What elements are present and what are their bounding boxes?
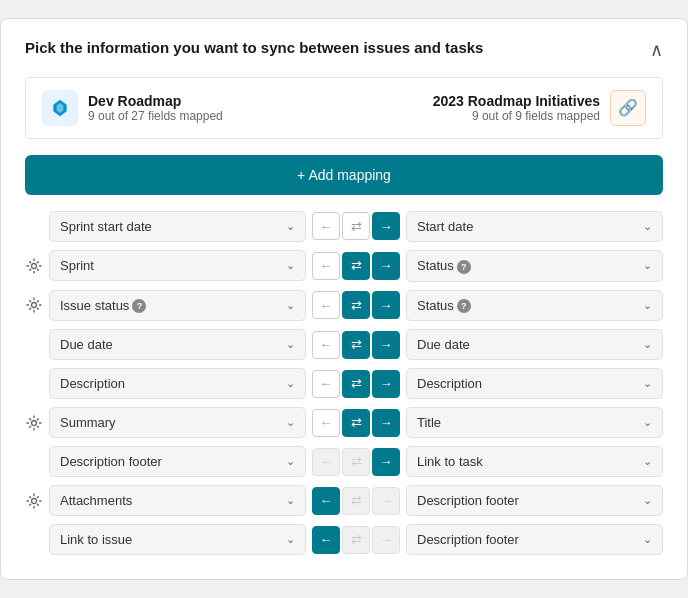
source-left-icon xyxy=(42,90,78,126)
right-field-select[interactable]: Description⌄ xyxy=(406,368,663,399)
add-mapping-button[interactable]: + Add mapping xyxy=(25,155,663,195)
sync-controls: ← ⇄ → xyxy=(312,252,400,280)
mapping-row: Due date⌄ ← ⇄ → Due date⌄ xyxy=(25,329,663,360)
sync-left-button[interactable]: ← xyxy=(312,448,340,476)
chevron-icon: ⌄ xyxy=(286,259,295,272)
mapping-row: Attachments⌄ ← ⇄ → Description footer⌄ xyxy=(25,485,663,516)
sync-controls: ← ⇄ → xyxy=(312,331,400,359)
mapping-row: Summary⌄ ← ⇄ → Title⌄ xyxy=(25,407,663,438)
target-icon: 🔗 xyxy=(610,90,646,126)
left-field-select[interactable]: Summary⌄ xyxy=(49,407,306,438)
info-icon: ? xyxy=(457,299,471,313)
info-icon: ? xyxy=(132,299,146,313)
sync-controls: ← ⇄ → xyxy=(312,370,400,398)
info-icon: ? xyxy=(457,260,471,274)
sync-left-button[interactable]: ← xyxy=(312,291,340,319)
chevron-icon: ⌄ xyxy=(643,494,652,507)
right-field-select[interactable]: Title⌄ xyxy=(406,407,663,438)
left-field-select[interactable]: Description⌄ xyxy=(49,368,306,399)
left-field-select[interactable]: Link to issue⌄ xyxy=(49,524,306,555)
sync-left-button[interactable]: ← xyxy=(312,526,340,554)
card-title: Pick the information you want to sync be… xyxy=(25,39,650,56)
mapping-row: Sprint start date⌄ ← ⇄ → Start date⌄ xyxy=(25,211,663,242)
right-field-select[interactable]: Description footer⌄ xyxy=(406,524,663,555)
chevron-icon: ⌄ xyxy=(643,220,652,233)
mapping-row: Description footer⌄ ← ⇄ → Link to task⌄ xyxy=(25,446,663,477)
sync-both-button[interactable]: ⇄ xyxy=(342,291,370,319)
chevron-icon: ⌄ xyxy=(643,377,652,390)
chevron-icon: ⌄ xyxy=(643,416,652,429)
gear-icon[interactable] xyxy=(25,414,43,432)
sync-left-button[interactable]: ← xyxy=(312,370,340,398)
sync-controls: ← ⇄ → xyxy=(312,409,400,437)
sync-right-button[interactable]: → xyxy=(372,487,400,515)
source-left-name: Dev Roadmap xyxy=(88,93,223,109)
right-field-select[interactable]: Start date⌄ xyxy=(406,211,663,242)
card-header: Pick the information you want to sync be… xyxy=(25,39,663,61)
sync-right-button[interactable]: → xyxy=(372,448,400,476)
mapping-row: Link to issue⌄ ← ⇄ → Description footer⌄ xyxy=(25,524,663,555)
right-field-select[interactable]: Due date⌄ xyxy=(406,329,663,360)
left-field-select[interactable]: Issue status?⌄ xyxy=(49,290,306,322)
left-field-select[interactable]: Due date⌄ xyxy=(49,329,306,360)
chevron-icon: ⌄ xyxy=(643,455,652,468)
left-field-select[interactable]: Sprint start date⌄ xyxy=(49,211,306,242)
chevron-icon: ⌄ xyxy=(286,299,295,312)
sync-left-button[interactable]: ← xyxy=(312,409,340,437)
sync-both-button[interactable]: ⇄ xyxy=(342,331,370,359)
sync-controls: ← ⇄ → xyxy=(312,487,400,515)
mapping-row: Sprint⌄ ← ⇄ → Status?⌄ xyxy=(25,250,663,282)
chevron-icon: ⌄ xyxy=(286,377,295,390)
sync-left-button[interactable]: ← xyxy=(312,331,340,359)
left-field-select[interactable]: Attachments⌄ xyxy=(49,485,306,516)
sync-right-button[interactable]: → xyxy=(372,291,400,319)
chevron-icon: ⌄ xyxy=(643,259,652,272)
sync-left-button[interactable]: ← xyxy=(312,487,340,515)
mapping-row: Issue status?⌄ ← ⇄ → Status?⌄ xyxy=(25,290,663,322)
svg-point-3 xyxy=(32,498,37,503)
sync-right-button[interactable]: → xyxy=(372,409,400,437)
source-right: 2023 Roadmap Initiatives 9 out of 9 fiel… xyxy=(433,90,646,126)
source-right-mapped: 9 out of 9 fields mapped xyxy=(433,109,600,123)
sync-both-button[interactable]: ⇄ xyxy=(342,212,370,240)
sources-row: Dev Roadmap 9 out of 27 fields mapped 20… xyxy=(25,77,663,139)
svg-point-0 xyxy=(32,263,37,268)
sync-right-button[interactable]: → xyxy=(372,370,400,398)
source-left-mapped: 9 out of 27 fields mapped xyxy=(88,109,223,123)
sync-right-button[interactable]: → xyxy=(372,212,400,240)
chevron-icon: ⌄ xyxy=(286,455,295,468)
left-field-select[interactable]: Sprint⌄ xyxy=(49,250,306,281)
right-field-select[interactable]: Status?⌄ xyxy=(406,250,663,282)
sync-both-button[interactable]: ⇄ xyxy=(342,252,370,280)
sync-left-button[interactable]: ← xyxy=(312,252,340,280)
sync-right-button[interactable]: → xyxy=(372,252,400,280)
gear-icon[interactable] xyxy=(25,257,43,275)
sync-controls: ← ⇄ → xyxy=(312,526,400,554)
svg-point-2 xyxy=(32,420,37,425)
mapping-row: Description⌄ ← ⇄ → Description⌄ xyxy=(25,368,663,399)
sync-both-button[interactable]: ⇄ xyxy=(342,370,370,398)
gear-icon[interactable] xyxy=(25,296,43,314)
gear-icon[interactable] xyxy=(25,492,43,510)
right-field-select[interactable]: Description footer⌄ xyxy=(406,485,663,516)
chevron-icon: ⌄ xyxy=(286,338,295,351)
sync-both-button[interactable]: ⇄ xyxy=(342,487,370,515)
left-field-select[interactable]: Description footer⌄ xyxy=(49,446,306,477)
sync-right-button[interactable]: → xyxy=(372,331,400,359)
sync-card: Pick the information you want to sync be… xyxy=(0,18,688,580)
sync-right-button[interactable]: → xyxy=(372,526,400,554)
chevron-icon: ⌄ xyxy=(643,299,652,312)
collapse-icon[interactable]: ∧ xyxy=(650,39,663,61)
chevron-icon: ⌄ xyxy=(286,494,295,507)
sync-left-button[interactable]: ← xyxy=(312,212,340,240)
right-field-select[interactable]: Link to task⌄ xyxy=(406,446,663,477)
source-left-info: Dev Roadmap 9 out of 27 fields mapped xyxy=(88,93,223,123)
sync-both-button[interactable]: ⇄ xyxy=(342,526,370,554)
right-field-select[interactable]: Status?⌄ xyxy=(406,290,663,322)
source-right-info: 2023 Roadmap Initiatives 9 out of 9 fiel… xyxy=(433,93,600,123)
sync-both-button[interactable]: ⇄ xyxy=(342,409,370,437)
chevron-icon: ⌄ xyxy=(286,533,295,546)
svg-point-1 xyxy=(32,303,37,308)
sync-both-button[interactable]: ⇄ xyxy=(342,448,370,476)
chevron-icon: ⌄ xyxy=(286,220,295,233)
